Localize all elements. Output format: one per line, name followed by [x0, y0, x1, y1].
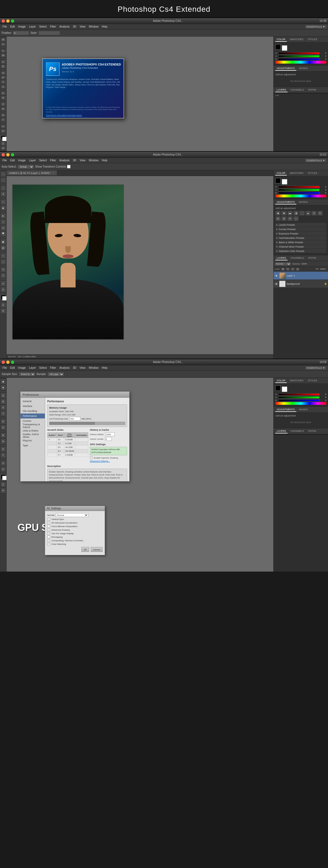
channels-tab-3[interactable]: CHANNELS: [289, 429, 305, 433]
adj-btn-7[interactable]: S: [311, 211, 317, 216]
fg-color-3[interactable]: [275, 385, 281, 391]
fg-color-2[interactable]: [275, 178, 281, 183]
scratch-row-3[interactable]: D:\ 44.2GB: [48, 445, 88, 449]
menu-filter-1[interactable]: Filter: [49, 25, 57, 29]
minimize-btn-2[interactable]: [6, 153, 9, 156]
swatches-tab-2[interactable]: SWATCHES: [289, 171, 305, 176]
tool-spot-heal[interactable]: S: [1, 71, 6, 75]
maximize-btn-3[interactable]: [11, 361, 14, 364]
menu-image-2[interactable]: Image: [17, 158, 27, 162]
history-states-input[interactable]: [105, 432, 115, 436]
doc-tab-active[interactable]: Untitled-1 @ 66.7% (Layer 1, RGB/8) * ✕: [6, 170, 57, 176]
style-input-1[interactable]: [38, 31, 60, 35]
tool3-spot[interactable]: S: [1, 393, 6, 398]
tool-pen[interactable]: P: [1, 113, 6, 117]
img-display-check[interactable]: ✓: [47, 532, 50, 535]
tool3-path2[interactable]: A: [1, 461, 6, 466]
menu-image-3[interactable]: Image: [17, 366, 27, 370]
menu-view-3[interactable]: View: [78, 366, 87, 370]
scratch-row-1[interactable]: ✓ #1 5.26GB: [48, 438, 88, 442]
show-transform-check[interactable]: [67, 165, 71, 168]
masks-tab-1[interactable]: MASKS: [298, 66, 309, 71]
tool2-blur[interactable]: ○: [1, 253, 6, 258]
menu-edit-2[interactable]: Edit: [9, 158, 16, 162]
paths-tab-2[interactable]: PATHS: [307, 256, 318, 260]
gpu-ok-button[interactable]: Ok: [81, 547, 89, 552]
swatches-tab-3[interactable]: SWATCHES: [289, 379, 305, 383]
menu-help-2[interactable]: Help: [100, 158, 109, 162]
prefs-nav-cursors[interactable]: Cursors: [21, 418, 45, 423]
adj-preset-exposure[interactable]: ▶ Exposure Presets: [275, 231, 326, 236]
tool-magic-wand[interactable]: W: [1, 53, 6, 57]
adj-btn-4[interactable]: ◑: [293, 211, 299, 216]
tool3-shape2[interactable]: U: [1, 466, 6, 472]
prefs-nav-type[interactable]: Type: [21, 443, 45, 448]
tool-move[interactable]: M: [1, 38, 6, 42]
color-tab-2[interactable]: COLOR: [275, 171, 287, 176]
tool-blur[interactable]: Z: [1, 102, 6, 106]
scratch-row-5[interactable]: F:\ 2.63GB: [48, 453, 88, 457]
menu-3d-2[interactable]: 3D: [71, 158, 78, 162]
layer-eye-1[interactable]: ◉: [275, 274, 278, 277]
menu-layer-3[interactable]: Layer: [28, 366, 37, 370]
tool2-brush[interactable]: ▪: [1, 219, 6, 225]
opengl-check[interactable]: ✓: [90, 456, 93, 459]
scratch-row-4[interactable]: E:\ 28.49GB: [48, 449, 88, 453]
menu-window-2[interactable]: Window: [87, 158, 100, 162]
layers-tab-3[interactable]: LAYERS: [275, 429, 288, 433]
gpu-dialog[interactable]: GL Settings Normal Normal Basic Advanced: [45, 506, 105, 555]
styles-tab-3[interactable]: STYLES: [306, 379, 319, 383]
bilinear-check[interactable]: [47, 525, 50, 528]
g-slider[interactable]: [278, 55, 320, 57]
tool3-histb[interactable]: Y: [1, 411, 6, 416]
adj-btn-10[interactable]: B: [281, 216, 287, 221]
adj-preset-selective[interactable]: ▶ Selective Color Presets: [275, 249, 326, 253]
menu-image-1[interactable]: Image: [17, 25, 27, 29]
lock-image-btn[interactable]: ●: [296, 268, 300, 271]
menu-edit-3[interactable]: Edit: [9, 366, 16, 370]
lock-all-btn[interactable]: ■: [281, 268, 285, 271]
styles-tab-1[interactable]: STYLES: [306, 37, 319, 42]
menu-file-3[interactable]: File: [1, 366, 8, 370]
tool-dodge[interactable]: H: [1, 107, 6, 111]
prefs-nav-general[interactable]: General: [21, 399, 45, 404]
auto-select-dropdown[interactable]: Group Layer: [18, 164, 34, 169]
adj-btn-8[interactable]: C: [317, 211, 323, 216]
tool2-erase[interactable]: ▣: [1, 239, 6, 245]
vsync-check[interactable]: ✓: [47, 518, 50, 521]
adj-btn-5[interactable]: ◾: [299, 211, 305, 216]
tool3-burn2[interactable]: O: [1, 439, 6, 444]
essentials-btn-1[interactable]: ESSENTIALS ▼: [305, 25, 327, 29]
essentials-btn-3[interactable]: ESSENTIALS ▼: [305, 366, 327, 370]
color-tab-3[interactable]: COLOR: [275, 379, 287, 383]
tool-crop[interactable]: C: [1, 60, 6, 64]
prefs-nav-guides[interactable]: Guides, Grid & Slices: [21, 433, 45, 438]
b-slider[interactable]: [278, 58, 320, 60]
tool2-fg-color[interactable]: [1, 295, 6, 300]
remap-check[interactable]: [47, 535, 50, 538]
tool2-heal[interactable]: ►: [1, 213, 6, 219]
cache-levels-input[interactable]: [105, 437, 112, 441]
layers-tab-2[interactable]: LAYERS: [275, 256, 288, 260]
adj-tab-1[interactable]: ADJUSTMENTS: [275, 66, 296, 71]
tool3-pen2[interactable]: P: [1, 446, 6, 452]
channels-tab-2[interactable]: CHANNELS: [289, 256, 305, 260]
maximize-btn-2[interactable]: [11, 153, 14, 156]
tool-clone[interactable]: T: [1, 80, 6, 84]
prefs-nav-filehandling[interactable]: File Handling: [21, 409, 45, 413]
tool2-eyedrop[interactable]: ◆: [1, 205, 6, 211]
adv-draw-check[interactable]: ✓: [47, 528, 50, 531]
menu-3d-1[interactable]: 3D: [71, 25, 78, 29]
gpu-cancel-button[interactable]: Cancel: [91, 547, 103, 552]
paths-tab-1[interactable]: PATHS: [307, 88, 318, 92]
minimize-btn-3[interactable]: [6, 361, 9, 364]
swatches-tab-1[interactable]: SWATCHES: [289, 37, 305, 42]
tool2-text[interactable]: T: [1, 273, 6, 278]
tool2-crop[interactable]: □: [1, 199, 6, 205]
fg-color-swatch[interactable]: [275, 44, 281, 50]
tool-select[interactable]: V: [1, 42, 6, 46]
tool-path-select[interactable]: A: [1, 124, 6, 129]
menu-select-3[interactable]: Select: [38, 366, 48, 370]
adj-tab-3[interactable]: ADJUSTMENTS: [275, 407, 296, 412]
menu-select-1[interactable]: Select: [38, 25, 48, 29]
